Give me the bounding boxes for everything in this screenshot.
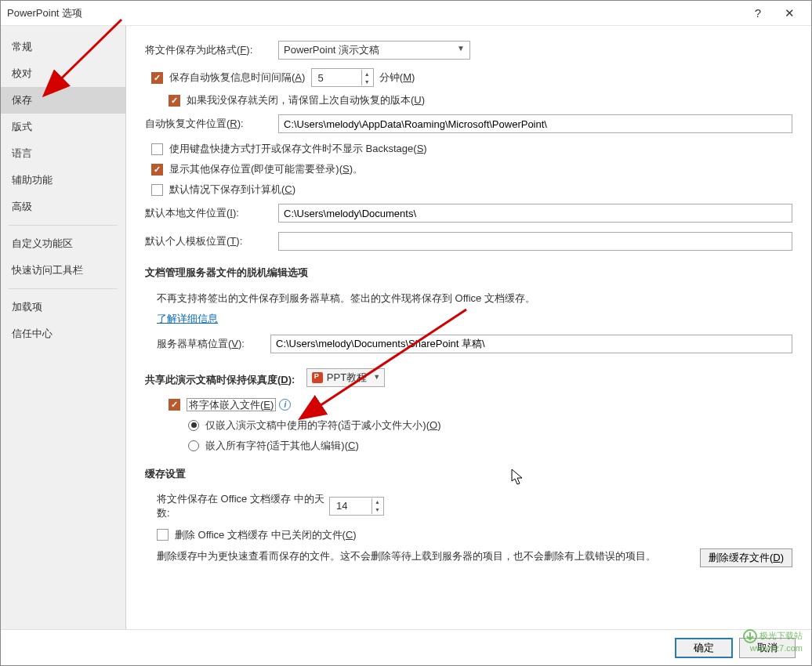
spin-down-icon[interactable]: ▼ [372, 506, 382, 514]
cancel-button[interactable]: 取消 [739, 638, 796, 658]
delete-closed-cache-label: 删除 Office 文档缓存 中已关闭的文件(C) [175, 528, 357, 542]
sidebar-item-qat[interactable]: 快速访问工具栏 [1, 257, 125, 284]
sidebar-separator [9, 288, 118, 289]
default-save-pc-checkbox[interactable] [151, 184, 163, 196]
cache-days-value: 14 [336, 500, 347, 512]
doc-mgmt-section-title: 文档管理服务器文件的脱机编辑选项 [145, 266, 792, 280]
sidebar-item-save[interactable]: 保存 [1, 87, 125, 114]
autorecover-location-label: 自动恢复文件位置(R): [145, 117, 278, 131]
no-backstage-checkbox[interactable] [151, 143, 163, 155]
default-local-location-label: 默认本地文件位置(I): [145, 206, 278, 220]
embed-fonts-label: 将字体嵌入文件(E) [187, 398, 276, 412]
autorecover-minutes-spinner[interactable]: 5 ▲▼ [311, 68, 374, 87]
embed-all-chars-radio[interactable] [188, 440, 199, 451]
close-button[interactable]: ✕ [774, 2, 805, 24]
save-format-select[interactable]: PowerPoint 演示文稿 ▼ [278, 41, 470, 60]
autorecover-minutes-value: 5 [318, 72, 324, 84]
help-button[interactable]: ? [742, 2, 774, 24]
spin-down-icon[interactable]: ▼ [361, 78, 372, 85]
default-template-location-label: 默认个人模板位置(T): [145, 234, 278, 248]
show-other-locations-label: 显示其他保存位置(即使可能需要登录)(S)。 [169, 162, 363, 176]
title-bar: PowerPoint 选项 ? ✕ [1, 1, 811, 26]
save-format-label: 将文件保存为此格式(F): [145, 43, 278, 57]
server-draft-location-input[interactable] [270, 335, 792, 353]
ok-button[interactable]: 确定 [675, 638, 733, 658]
cache-section-title: 缓存设置 [145, 467, 792, 481]
window-title: PowerPoint 选项 [7, 6, 742, 20]
spin-up-icon[interactable]: ▲ [361, 70, 372, 78]
sidebar-item-customize-ribbon[interactable]: 自定义功能区 [1, 230, 125, 257]
embed-all-chars-label: 嵌入所有字符(适于其他人编辑)(C) [205, 439, 359, 453]
delete-closed-cache-checkbox[interactable] [157, 529, 169, 541]
sidebar-nav: 常规 校对 保存 版式 语言 辅助功能 高级 自定义功能区 快速访问工具栏 加载… [1, 26, 126, 629]
sidebar-item-general[interactable]: 常规 [1, 34, 125, 60]
fidelity-document-name: PPT教程 [327, 371, 367, 385]
save-format-value: PowerPoint 演示文稿 [284, 43, 379, 57]
delete-cache-button[interactable]: 删除缓存文件(D) [700, 548, 792, 567]
show-other-locations-checkbox[interactable] [151, 164, 163, 176]
autorecover-checkbox[interactable] [151, 72, 163, 84]
default-save-pc-label: 默认情况下保存到计算机(C) [169, 183, 295, 197]
info-icon[interactable]: i [279, 399, 291, 411]
sidebar-item-accessibility[interactable]: 辅助功能 [1, 167, 125, 194]
autorecover-label: 保存自动恢复信息时间间隔(A) [169, 71, 305, 85]
minutes-label: 分钟(M) [379, 71, 415, 85]
keep-last-autorecover-checkbox[interactable] [169, 95, 180, 107]
learn-more-link[interactable]: 了解详细信息 [157, 313, 218, 324]
cache-days-spinner[interactable]: 14 ▲▼ [329, 497, 384, 516]
fidelity-section-title: 共享此演示文稿时保持保真度(D): PPT教程 ▼ [145, 368, 792, 387]
sidebar-separator [9, 225, 118, 226]
server-draft-location-label: 服务器草稿位置(V): [157, 337, 270, 351]
spin-up-icon[interactable]: ▲ [372, 498, 382, 506]
chevron-down-icon: ▼ [457, 44, 465, 52]
sidebar-item-trust-center[interactable]: 信任中心 [1, 320, 125, 347]
default-template-location-input[interactable] [278, 232, 792, 251]
sidebar-item-advanced[interactable]: 高级 [1, 194, 125, 220]
sidebar-item-layout[interactable]: 版式 [1, 114, 125, 140]
sidebar-item-addins[interactable]: 加载项 [1, 294, 125, 320]
chevron-down-icon: ▼ [373, 373, 380, 381]
fidelity-document-select[interactable]: PPT教程 ▼ [306, 368, 385, 387]
keep-last-autorecover-label: 如果我没保存就关闭，请保留上次自动恢复的版本(U) [187, 93, 425, 107]
no-backstage-label: 使用键盘快捷方式打开或保存文件时不显示 Backstage(S) [169, 142, 427, 156]
default-local-location-input[interactable] [278, 204, 792, 223]
dialog-footer: 确定 取消 [1, 629, 811, 665]
content-panel: 将文件保存为此格式(F): PowerPoint 演示文稿 ▼ 保存自动恢复信息… [126, 26, 811, 629]
cache-delete-note: 删除缓存中为更快速查看而保存的文件。这不会删除等待上载到服务器的项目，也不会删除… [157, 548, 689, 565]
powerpoint-file-icon [312, 372, 323, 383]
embed-fonts-checkbox[interactable] [169, 399, 180, 411]
embed-used-chars-label: 仅嵌入演示文稿中使用的字符(适于减小文件大小)(O) [205, 418, 440, 433]
autorecover-location-input[interactable] [278, 114, 792, 133]
doc-mgmt-note: 不再支持将签出的文件保存到服务器草稿。签出的文件现将保存到 Office 文档缓… [157, 291, 792, 307]
embed-used-chars-radio[interactable] [188, 420, 199, 431]
sidebar-item-language[interactable]: 语言 [1, 140, 125, 167]
sidebar-item-proofing[interactable]: 校对 [1, 60, 125, 87]
cache-days-label: 将文件保存在 Office 文档缓存 中的天数: [157, 492, 329, 520]
